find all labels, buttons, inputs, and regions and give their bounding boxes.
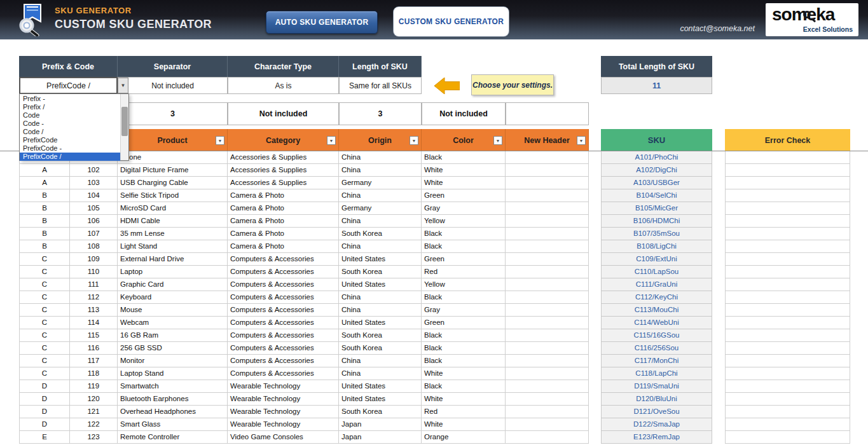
dropdown-scrollbar[interactable] xyxy=(120,94,128,160)
letter-cell[interactable]: C xyxy=(19,342,70,355)
length-of-sku-select[interactable]: Same for all SKUs xyxy=(339,77,422,94)
category-cell[interactable]: Wearable Technology xyxy=(228,393,339,406)
product-cell[interactable]: Keyboard xyxy=(118,291,228,304)
category-cell[interactable]: Camera & Photo xyxy=(228,215,339,228)
code-cell[interactable]: 122 xyxy=(70,418,118,431)
letter-cell[interactable]: C xyxy=(19,317,70,329)
newheader-cell[interactable] xyxy=(506,304,589,317)
color-cell[interactable]: Black xyxy=(422,355,506,367)
color-cell[interactable]: Black xyxy=(422,380,506,393)
origin-cell[interactable]: China xyxy=(339,164,422,177)
origin-cell[interactable]: China xyxy=(339,367,422,380)
letter-cell[interactable]: B xyxy=(19,240,70,253)
code-cell[interactable]: 117 xyxy=(70,355,118,367)
origin-cell[interactable]: United States xyxy=(339,317,422,329)
code-cell[interactable]: 108 xyxy=(70,240,118,253)
product-cell[interactable]: Selfie Stick Tripod xyxy=(118,189,228,202)
category-cell[interactable]: Computers & Accessories xyxy=(228,355,339,367)
dropdown-scrollbar-thumb[interactable] xyxy=(121,107,128,136)
newheader-cell[interactable] xyxy=(506,342,589,355)
product-cell[interactable]: Light Stand xyxy=(118,240,228,253)
category-cell[interactable]: Computers & Accessories xyxy=(228,367,339,380)
letter-cell[interactable]: D xyxy=(19,380,70,393)
letter-cell[interactable]: B xyxy=(19,228,70,240)
letter-cell[interactable]: D xyxy=(19,393,70,406)
contact-email[interactable]: contact@someka.net xyxy=(680,24,755,33)
code-cell[interactable]: 112 xyxy=(70,291,118,304)
product-cell[interactable]: 256 GB SSD xyxy=(118,342,228,355)
letter-cell[interactable]: B xyxy=(19,202,70,215)
product-cell[interactable]: Smartwatch xyxy=(118,380,228,393)
letter-cell[interactable]: C xyxy=(19,253,70,266)
char-count-new-header-cell[interactable] xyxy=(506,102,589,125)
character-type-select[interactable]: As is xyxy=(228,77,339,94)
newheader-cell[interactable] xyxy=(506,164,589,177)
letter-cell[interactable]: C xyxy=(19,278,70,291)
category-cell[interactable]: Computers & Accessories xyxy=(228,266,339,278)
dropdown-item[interactable]: Code xyxy=(20,111,120,120)
color-cell[interactable]: Gray xyxy=(422,202,506,215)
letter-cell[interactable]: A xyxy=(19,177,70,189)
char-count-category[interactable]: Not included xyxy=(228,102,339,125)
product-cell[interactable]: 16 GB Ram xyxy=(118,329,228,342)
product-cell[interactable]: Mouse xyxy=(118,304,228,317)
code-cell[interactable]: 120 xyxy=(70,393,118,406)
newheader-cell[interactable] xyxy=(506,406,589,418)
color-cell[interactable]: Gray xyxy=(422,304,506,317)
letter-cell[interactable]: B xyxy=(19,189,70,202)
product-cell[interactable]: USB Charging Cable xyxy=(118,177,228,189)
color-cell[interactable]: Black xyxy=(422,228,506,240)
product-cell[interactable]: External Hard Drive xyxy=(118,253,228,266)
category-cell[interactable]: Camera & Photo xyxy=(228,228,339,240)
category-cell[interactable]: Accessories & Supplies xyxy=(228,164,339,177)
code-cell[interactable]: 103 xyxy=(70,177,118,189)
newheader-cell[interactable] xyxy=(506,355,589,367)
newheader-cell[interactable] xyxy=(506,278,589,291)
origin-cell[interactable]: United States xyxy=(339,380,422,393)
dropdown-item[interactable]: Prefix - xyxy=(20,95,120,103)
code-cell[interactable]: 110 xyxy=(70,266,118,278)
newheader-cell[interactable] xyxy=(506,151,589,164)
origin-cell[interactable]: China xyxy=(339,151,422,164)
dropdown-item[interactable]: Code - xyxy=(20,120,120,128)
category-cell[interactable]: Wearable Technology xyxy=(228,406,339,418)
newheader-cell[interactable] xyxy=(506,266,589,278)
dropdown-item[interactable]: PrefixCode xyxy=(20,136,120,144)
code-cell[interactable]: 104 xyxy=(70,189,118,202)
product-cell[interactable]: Graphic Card xyxy=(118,278,228,291)
category-cell[interactable]: Computers & Accessories xyxy=(228,342,339,355)
category-cell[interactable]: Camera & Photo xyxy=(228,202,339,215)
color-cell[interactable]: Red xyxy=(422,406,506,418)
newheader-cell[interactable] xyxy=(506,418,589,431)
color-cell[interactable]: Green xyxy=(422,189,506,202)
separator-select[interactable]: Not included xyxy=(118,77,228,94)
newheader-cell[interactable] xyxy=(506,393,589,406)
category-cell[interactable]: Accessories & Supplies xyxy=(228,177,339,189)
letter-cell[interactable]: C xyxy=(19,304,70,317)
letter-cell[interactable]: C xyxy=(19,329,70,342)
origin-cell[interactable]: Japan xyxy=(339,431,422,444)
color-cell[interactable]: White xyxy=(422,164,506,177)
origin-cell[interactable]: United States xyxy=(339,253,422,266)
color-cell[interactable]: White xyxy=(422,177,506,189)
color-cell[interactable]: Black xyxy=(422,151,506,164)
letter-cell[interactable]: C xyxy=(19,291,70,304)
origin-cell[interactable]: Germany xyxy=(339,177,422,189)
code-cell[interactable]: 119 xyxy=(70,380,118,393)
color-cell[interactable]: Orange xyxy=(422,431,506,444)
product-cell[interactable]: Laptop xyxy=(118,266,228,278)
origin-cell[interactable]: South Korea xyxy=(339,342,422,355)
code-cell[interactable]: 106 xyxy=(70,215,118,228)
product-cell[interactable]: 35 mm Lense xyxy=(118,228,228,240)
color-cell[interactable]: White xyxy=(422,393,506,406)
product-cell[interactable]: Phone xyxy=(118,151,228,164)
prefix-code-dropdown-button[interactable]: ▼ xyxy=(118,78,128,93)
color-cell[interactable]: Black xyxy=(422,240,506,253)
letter-cell[interactable]: C xyxy=(19,266,70,278)
origin-cell[interactable]: China xyxy=(339,355,422,367)
newheader-cell[interactable] xyxy=(506,329,589,342)
code-cell[interactable]: 121 xyxy=(70,406,118,418)
origin-cell[interactable]: China xyxy=(339,240,422,253)
letter-cell[interactable]: D xyxy=(19,406,70,418)
auto-sku-generator-button[interactable]: AUTO SKU GENERATOR xyxy=(266,11,378,34)
